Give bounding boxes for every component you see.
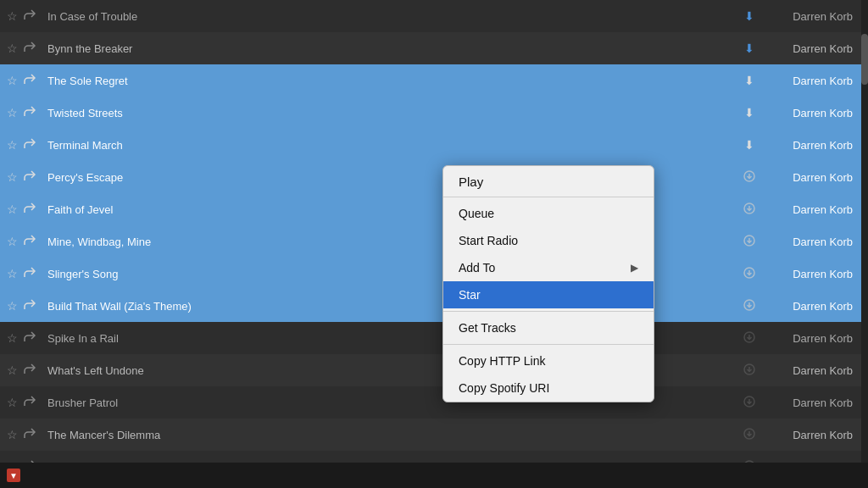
share-icon[interactable] <box>24 74 44 87</box>
context-menu-item-get-tracks[interactable]: Get Tracks <box>443 314 654 341</box>
star-icon[interactable]: ☆ <box>7 138 24 152</box>
context-menu-label: Play <box>459 175 483 189</box>
star-icon[interactable]: ☆ <box>7 267 24 280</box>
context-menu-item-copy-http[interactable]: Copy HTTP Link <box>443 347 654 374</box>
share-icon[interactable] <box>24 363 44 377</box>
context-menu-label: Queue <box>459 207 494 220</box>
star-icon[interactable]: ☆ <box>7 363 24 377</box>
track-row[interactable]: ☆ Percy's Escape Darren Korb <box>0 161 868 193</box>
context-menu-label: Get Tracks <box>459 321 516 335</box>
track-list: ☆ In Case of Trouble ⬇ Darren Korb ☆ Byn… <box>0 0 868 488</box>
context-menu-divider <box>443 311 654 312</box>
track-row[interactable]: ☆ Twisted Streets ⬇ Darren Korb <box>0 97 868 129</box>
track-name: Terminal March <box>47 139 739 152</box>
artist-name: Darren Korb <box>760 332 861 345</box>
track-name: Twisted Streets <box>47 107 739 119</box>
context-menu-label: Copy HTTP Link <box>459 354 545 368</box>
track-row[interactable]: ☆ Faith of Jevel Darren Korb <box>0 193 868 225</box>
share-icon[interactable] <box>24 299 44 313</box>
track-row[interactable]: ☆ Slinger's Song Darren Korb <box>0 258 868 290</box>
artist-name: Darren Korb <box>760 396 861 409</box>
artist-name: Darren Korb <box>760 300 861 313</box>
context-menu-item-copy-spotify[interactable]: Copy Spotify URI <box>443 374 654 402</box>
artist-name: Darren Korb <box>760 429 861 441</box>
download-icon[interactable] <box>739 267 760 281</box>
track-row[interactable]: ☆ The Sole Regret ⬇ Darren Korb <box>0 64 868 97</box>
share-icon[interactable] <box>24 396 44 409</box>
share-icon[interactable] <box>24 138 44 152</box>
share-icon[interactable] <box>24 331 44 345</box>
track-row[interactable]: ☆ Terminal March ⬇ Darren Korb <box>0 129 868 161</box>
star-icon[interactable]: ☆ <box>7 331 24 345</box>
scroll-down-button[interactable]: ▼ <box>7 469 20 482</box>
track-row[interactable]: ☆ What's Left Undone Darren Korb <box>0 354 868 386</box>
track-row[interactable]: ☆ Brusher Patrol Darren Korb <box>0 386 868 419</box>
scrollbar[interactable] <box>861 0 868 488</box>
share-icon[interactable] <box>24 170 44 184</box>
download-icon[interactable] <box>739 396 760 410</box>
star-icon[interactable]: ☆ <box>7 396 24 409</box>
download-icon[interactable]: ⬇ <box>739 9 760 23</box>
download-icon[interactable]: ⬇ <box>739 138 760 152</box>
share-icon[interactable] <box>24 235 44 248</box>
track-row[interactable]: ☆ The Mancer's Dilemma Darren Korb <box>0 419 868 451</box>
star-icon[interactable]: ☆ <box>7 106 24 119</box>
star-icon[interactable]: ☆ <box>7 299 24 313</box>
track-name: The Mancer's Dilemma <box>47 429 739 441</box>
star-icon[interactable]: ☆ <box>7 42 24 55</box>
context-menu-item-play[interactable]: Play <box>443 166 654 194</box>
download-icon[interactable] <box>739 202 760 217</box>
artist-name: Darren Korb <box>760 10 861 23</box>
download-icon[interactable] <box>739 170 760 185</box>
context-menu-item-queue[interactable]: Queue <box>443 200 654 227</box>
track-name: Bynn the Breaker <box>47 42 739 55</box>
download-icon[interactable]: ⬇ <box>739 42 760 55</box>
share-icon[interactable] <box>24 42 44 55</box>
track-row[interactable]: ☆ Mine, Windbag, Mine Darren Korb <box>0 225 868 258</box>
context-menu-item-start-radio[interactable]: Start Radio <box>443 227 654 254</box>
artist-name: Darren Korb <box>760 107 861 119</box>
share-icon[interactable] <box>24 9 44 23</box>
scrollbar-thumb[interactable] <box>861 34 868 85</box>
download-icon[interactable] <box>739 363 760 378</box>
track-row[interactable]: ☆ In Case of Trouble ⬇ Darren Korb <box>0 0 868 32</box>
share-icon[interactable] <box>24 267 44 280</box>
download-icon[interactable] <box>739 428 760 442</box>
context-menu-divider <box>443 197 654 197</box>
track-row[interactable]: ☆ Spike In a Rail Darren Korb <box>0 322 868 354</box>
download-icon[interactable]: ⬇ <box>739 74 760 87</box>
star-icon[interactable]: ☆ <box>7 9 24 23</box>
track-row[interactable]: ☆ Bynn the Breaker ⬇ Darren Korb <box>0 32 868 64</box>
artist-name: Darren Korb <box>760 75 861 87</box>
context-menu-item-add-to[interactable]: Add To▶ <box>443 254 654 281</box>
track-name: The Sole Regret <box>47 75 739 87</box>
artist-name: Darren Korb <box>760 268 861 280</box>
artist-name: Darren Korb <box>760 236 861 248</box>
share-icon[interactable] <box>24 428 44 441</box>
star-icon[interactable]: ☆ <box>7 170 24 184</box>
download-icon[interactable] <box>739 235 760 249</box>
share-icon[interactable] <box>24 106 44 119</box>
download-icon[interactable]: ⬇ <box>739 106 760 119</box>
context-menu-label: Add To <box>459 261 495 274</box>
artist-name: Darren Korb <box>760 139 861 152</box>
context-menu-label: Start Radio <box>459 234 518 247</box>
track-row[interactable]: ☆ Build That Wall (Zia's Theme) Darren K… <box>0 290 868 322</box>
context-menu-label: Star <box>459 288 481 302</box>
bottom-bar: ▼ <box>0 463 868 488</box>
track-name: In Case of Trouble <box>47 10 739 23</box>
artist-name: Darren Korb <box>760 203 861 216</box>
artist-name: Darren Korb <box>760 364 861 377</box>
context-menu: PlayQueueStart RadioAdd To▶StarGet Track… <box>442 165 654 402</box>
artist-name: Darren Korb <box>760 171 861 184</box>
artist-name: Darren Korb <box>760 42 861 55</box>
star-icon[interactable]: ☆ <box>7 428 24 441</box>
context-menu-divider <box>443 344 654 345</box>
star-icon[interactable]: ☆ <box>7 74 24 87</box>
share-icon[interactable] <box>24 202 44 216</box>
download-icon[interactable] <box>739 299 760 313</box>
star-icon[interactable]: ☆ <box>7 202 24 216</box>
star-icon[interactable]: ☆ <box>7 235 24 248</box>
download-icon[interactable] <box>739 331 760 346</box>
context-menu-item-star[interactable]: Star <box>443 281 654 308</box>
